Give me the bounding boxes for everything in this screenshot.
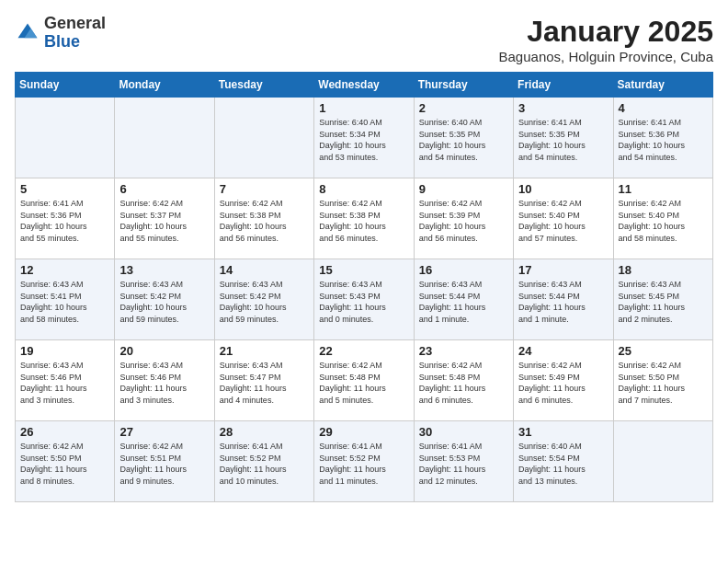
- calendar-cell: 24Sunrise: 6:42 AM Sunset: 5:49 PM Dayli…: [514, 340, 613, 421]
- weekday-header-friday: Friday: [514, 73, 613, 98]
- day-info: Sunrise: 6:42 AM Sunset: 5:51 PM Dayligh…: [119, 441, 209, 487]
- calendar-cell: [214, 98, 313, 178]
- calendar-cell: 1Sunrise: 6:40 AM Sunset: 5:34 PM Daylig…: [314, 98, 414, 178]
- day-info: Sunrise: 6:43 AM Sunset: 5:46 PM Dayligh…: [119, 360, 209, 406]
- day-number: 15: [319, 263, 408, 277]
- calendar-cell: 3Sunrise: 6:41 AM Sunset: 5:35 PM Daylig…: [514, 98, 613, 178]
- day-info: Sunrise: 6:42 AM Sunset: 5:49 PM Dayligh…: [518, 360, 608, 406]
- day-info: Sunrise: 6:42 AM Sunset: 5:38 PM Dayligh…: [220, 198, 309, 244]
- title-block: January 2025 Baguanos, Holguin Province,…: [499, 15, 713, 64]
- day-info: Sunrise: 6:43 AM Sunset: 5:47 PM Dayligh…: [220, 360, 309, 406]
- day-info: Sunrise: 6:42 AM Sunset: 5:50 PM Dayligh…: [619, 360, 708, 406]
- day-info: Sunrise: 6:42 AM Sunset: 5:48 PM Dayligh…: [419, 360, 508, 406]
- calendar-cell: [115, 98, 214, 178]
- weekday-header-monday: Monday: [115, 73, 214, 98]
- day-info: Sunrise: 6:42 AM Sunset: 5:40 PM Dayligh…: [518, 198, 608, 244]
- day-number: 21: [220, 344, 309, 358]
- day-info: Sunrise: 6:42 AM Sunset: 5:48 PM Dayligh…: [319, 360, 408, 406]
- day-info: Sunrise: 6:40 AM Sunset: 5:54 PM Dayligh…: [518, 441, 608, 487]
- day-info: Sunrise: 6:41 AM Sunset: 5:36 PM Dayligh…: [20, 198, 109, 244]
- logo: General Blue: [15, 15, 106, 52]
- logo-blue: Blue: [44, 33, 106, 52]
- day-number: 3: [518, 101, 608, 115]
- day-number: 9: [419, 182, 508, 196]
- day-info: Sunrise: 6:41 AM Sunset: 5:36 PM Dayligh…: [619, 117, 708, 163]
- calendar-cell: 2Sunrise: 6:40 AM Sunset: 5:35 PM Daylig…: [414, 98, 513, 178]
- calendar-week-5: 26Sunrise: 6:42 AM Sunset: 5:50 PM Dayli…: [16, 421, 713, 502]
- day-number: 18: [619, 263, 708, 277]
- day-number: 24: [518, 344, 608, 358]
- calendar-cell: 20Sunrise: 6:43 AM Sunset: 5:46 PM Dayli…: [115, 340, 214, 421]
- calendar-cell: 18Sunrise: 6:43 AM Sunset: 5:45 PM Dayli…: [613, 259, 712, 340]
- calendar-cell: 14Sunrise: 6:43 AM Sunset: 5:42 PM Dayli…: [214, 259, 313, 340]
- day-number: 5: [20, 182, 109, 196]
- day-number: 1: [319, 101, 408, 115]
- day-number: 6: [119, 182, 209, 196]
- calendar-cell: 31Sunrise: 6:40 AM Sunset: 5:54 PM Dayli…: [514, 421, 613, 502]
- calendar-cell: 5Sunrise: 6:41 AM Sunset: 5:36 PM Daylig…: [16, 178, 115, 259]
- day-info: Sunrise: 6:41 AM Sunset: 5:35 PM Dayligh…: [518, 117, 608, 163]
- calendar-week-3: 12Sunrise: 6:43 AM Sunset: 5:41 PM Dayli…: [16, 259, 713, 340]
- day-info: Sunrise: 6:42 AM Sunset: 5:37 PM Dayligh…: [119, 198, 209, 244]
- calendar-cell: 25Sunrise: 6:42 AM Sunset: 5:50 PM Dayli…: [613, 340, 712, 421]
- day-info: Sunrise: 6:42 AM Sunset: 5:40 PM Dayligh…: [619, 198, 708, 244]
- day-number: 19: [20, 344, 109, 358]
- weekday-header-saturday: Saturday: [613, 73, 712, 98]
- day-info: Sunrise: 6:41 AM Sunset: 5:52 PM Dayligh…: [319, 441, 408, 487]
- day-info: Sunrise: 6:43 AM Sunset: 5:41 PM Dayligh…: [20, 279, 109, 325]
- day-number: 10: [518, 182, 608, 196]
- calendar-cell: 30Sunrise: 6:41 AM Sunset: 5:53 PM Dayli…: [414, 421, 513, 502]
- day-number: 17: [518, 263, 608, 277]
- day-info: Sunrise: 6:42 AM Sunset: 5:39 PM Dayligh…: [419, 198, 508, 244]
- day-number: 27: [119, 425, 209, 439]
- day-info: Sunrise: 6:40 AM Sunset: 5:35 PM Dayligh…: [419, 117, 508, 163]
- day-info: Sunrise: 6:41 AM Sunset: 5:52 PM Dayligh…: [220, 441, 309, 487]
- calendar-cell: 6Sunrise: 6:42 AM Sunset: 5:37 PM Daylig…: [115, 178, 214, 259]
- logo-icon: [15, 20, 40, 46]
- calendar-cell: 19Sunrise: 6:43 AM Sunset: 5:46 PM Dayli…: [16, 340, 115, 421]
- calendar-cell: [16, 98, 115, 178]
- location-title: Baguanos, Holguin Province, Cuba: [499, 49, 713, 64]
- day-number: 23: [419, 344, 508, 358]
- calendar-cell: 16Sunrise: 6:43 AM Sunset: 5:44 PM Dayli…: [414, 259, 513, 340]
- calendar-cell: 15Sunrise: 6:43 AM Sunset: 5:43 PM Dayli…: [314, 259, 414, 340]
- day-number: 29: [319, 425, 408, 439]
- weekday-header-sunday: Sunday: [16, 73, 115, 98]
- calendar-week-2: 5Sunrise: 6:41 AM Sunset: 5:36 PM Daylig…: [16, 178, 713, 259]
- weekday-header-thursday: Thursday: [414, 73, 513, 98]
- day-info: Sunrise: 6:41 AM Sunset: 5:53 PM Dayligh…: [419, 441, 508, 487]
- logo-text: General Blue: [44, 15, 106, 52]
- day-info: Sunrise: 6:43 AM Sunset: 5:46 PM Dayligh…: [20, 360, 109, 406]
- calendar-cell: 21Sunrise: 6:43 AM Sunset: 5:47 PM Dayli…: [214, 340, 313, 421]
- month-title: January 2025: [499, 15, 713, 49]
- calendar-cell: 26Sunrise: 6:42 AM Sunset: 5:50 PM Dayli…: [16, 421, 115, 502]
- day-number: 8: [319, 182, 408, 196]
- calendar-cell: [613, 421, 712, 502]
- day-number: 11: [619, 182, 708, 196]
- calendar-cell: 23Sunrise: 6:42 AM Sunset: 5:48 PM Dayli…: [414, 340, 513, 421]
- calendar-cell: 28Sunrise: 6:41 AM Sunset: 5:52 PM Dayli…: [214, 421, 313, 502]
- day-number: 26: [20, 425, 109, 439]
- day-number: 7: [220, 182, 309, 196]
- day-number: 2: [419, 101, 508, 115]
- weekday-header-tuesday: Tuesday: [214, 73, 313, 98]
- day-info: Sunrise: 6:43 AM Sunset: 5:44 PM Dayligh…: [419, 279, 508, 325]
- calendar-cell: 22Sunrise: 6:42 AM Sunset: 5:48 PM Dayli…: [314, 340, 414, 421]
- day-info: Sunrise: 6:43 AM Sunset: 5:45 PM Dayligh…: [619, 279, 708, 325]
- calendar-cell: 17Sunrise: 6:43 AM Sunset: 5:44 PM Dayli…: [514, 259, 613, 340]
- calendar-cell: 4Sunrise: 6:41 AM Sunset: 5:36 PM Daylig…: [613, 98, 712, 178]
- calendar-cell: 27Sunrise: 6:42 AM Sunset: 5:51 PM Dayli…: [115, 421, 214, 502]
- day-number: 31: [518, 425, 608, 439]
- weekday-header-wednesday: Wednesday: [314, 73, 414, 98]
- day-number: 14: [220, 263, 309, 277]
- weekday-header-row: SundayMondayTuesdayWednesdayThursdayFrid…: [16, 73, 713, 98]
- page-header: General Blue January 2025 Baguanos, Holg…: [15, 15, 713, 64]
- calendar-cell: 13Sunrise: 6:43 AM Sunset: 5:42 PM Dayli…: [115, 259, 214, 340]
- calendar-cell: 8Sunrise: 6:42 AM Sunset: 5:38 PM Daylig…: [314, 178, 414, 259]
- calendar-cell: 12Sunrise: 6:43 AM Sunset: 5:41 PM Dayli…: [16, 259, 115, 340]
- day-number: 16: [419, 263, 508, 277]
- day-number: 25: [619, 344, 708, 358]
- calendar-cell: 10Sunrise: 6:42 AM Sunset: 5:40 PM Dayli…: [514, 178, 613, 259]
- day-number: 12: [20, 263, 109, 277]
- calendar-cell: 9Sunrise: 6:42 AM Sunset: 5:39 PM Daylig…: [414, 178, 513, 259]
